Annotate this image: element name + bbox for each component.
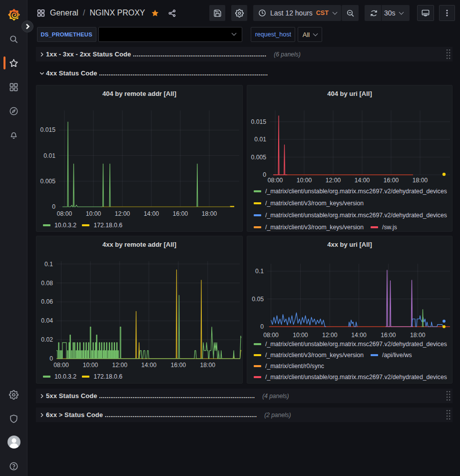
svg-text:0: 0 — [260, 323, 264, 330]
svg-text:0: 0 — [52, 203, 55, 210]
svg-text:16:00: 16:00 — [173, 210, 188, 217]
svg-text:0.04: 0.04 — [41, 317, 53, 324]
svg-text:10:00: 10:00 — [86, 210, 101, 217]
svg-text:0.01: 0.01 — [254, 136, 266, 143]
svg-text:14:00: 14:00 — [355, 177, 370, 184]
svg-text:08:00: 08:00 — [57, 210, 72, 217]
svg-text:16:00: 16:00 — [171, 362, 186, 369]
svg-text:08:00: 08:00 — [53, 362, 69, 369]
svg-text:0.005: 0.005 — [40, 178, 56, 185]
svg-text:0.015: 0.015 — [40, 126, 56, 133]
svg-text:0.06: 0.06 — [41, 298, 53, 305]
svg-text:10:00: 10:00 — [297, 177, 312, 184]
svg-text:0.1: 0.1 — [44, 261, 53, 268]
svg-text:12:00: 12:00 — [112, 362, 127, 369]
svg-text:0.1: 0.1 — [255, 268, 264, 275]
svg-text:18:00: 18:00 — [413, 177, 428, 184]
svg-text:0: 0 — [263, 171, 266, 178]
svg-text:12:00: 12:00 — [326, 177, 341, 184]
svg-text:0.02: 0.02 — [41, 336, 53, 343]
svg-text:0.05: 0.05 — [252, 296, 264, 303]
svg-text:0: 0 — [49, 355, 53, 362]
svg-text:0.015: 0.015 — [251, 118, 267, 125]
svg-text:16:00: 16:00 — [381, 332, 396, 339]
svg-text:08:00: 08:00 — [268, 177, 283, 184]
svg-text:16:00: 16:00 — [384, 177, 399, 184]
svg-text:14:00: 14:00 — [351, 332, 367, 339]
svg-text:08:00: 08:00 — [263, 332, 279, 339]
svg-text:10:00: 10:00 — [83, 362, 98, 369]
svg-text:14:00: 14:00 — [144, 210, 159, 217]
svg-text:10:00: 10:00 — [293, 332, 308, 339]
svg-text:14:00: 14:00 — [141, 362, 157, 369]
svg-text:12:00: 12:00 — [322, 332, 338, 339]
svg-text:0.01: 0.01 — [43, 152, 55, 159]
svg-text:18:00: 18:00 — [200, 362, 216, 369]
svg-text:18:00: 18:00 — [410, 332, 426, 339]
svg-text:18:00: 18:00 — [202, 210, 217, 217]
svg-text:0.005: 0.005 — [251, 154, 267, 161]
svg-text:12:00: 12:00 — [115, 210, 130, 217]
svg-text:0.08: 0.08 — [41, 280, 53, 287]
